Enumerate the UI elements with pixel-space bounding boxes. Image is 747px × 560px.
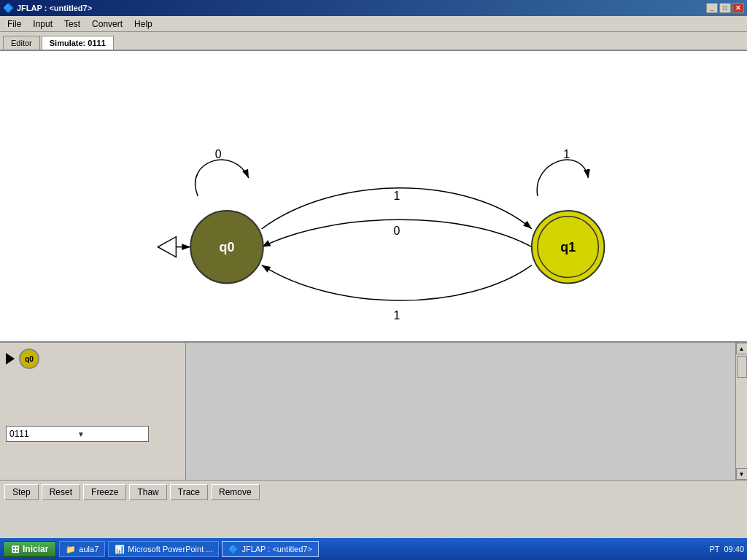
taskbar-item-aula7[interactable]: 📁 aula7 xyxy=(59,541,105,557)
menu-bar: File Input Test Convert Help xyxy=(0,16,747,32)
scroll-up-button[interactable]: ▲ xyxy=(736,343,748,354)
menu-help[interactable]: Help xyxy=(128,18,158,31)
taskbar-item-label: JFLAP : <untitled7> xyxy=(241,545,311,553)
menu-test[interactable]: Test xyxy=(58,18,86,31)
taskbar-item-powerpoint[interactable]: 📊 Microsoft PowerPoint ... xyxy=(108,541,219,557)
app-icon: 🔷 xyxy=(3,3,14,13)
right-panel xyxy=(186,343,735,480)
svg-text:0: 0 xyxy=(215,148,222,160)
button-row: Step Reset Freeze Thaw Trace Remove xyxy=(0,480,747,503)
canvas-area: 0 1 1 0 1 q0 q1 xyxy=(0,51,747,343)
menu-file[interactable]: File xyxy=(1,18,27,31)
tab-simulate[interactable]: Simulate: 0111 xyxy=(42,36,114,50)
play-icon xyxy=(6,353,15,365)
app-icon: 🔷 xyxy=(228,545,239,554)
thaw-button[interactable]: Thaw xyxy=(129,484,166,500)
title-bar-controls: _ □ ✕ xyxy=(706,3,744,13)
scroll-thumb[interactable] xyxy=(737,356,747,378)
taskbar-item-label: Microsoft PowerPoint ... xyxy=(128,545,212,553)
svg-marker-6 xyxy=(158,237,176,257)
input-field-container: 0111 ▼ xyxy=(6,426,179,442)
menu-input[interactable]: Input xyxy=(27,18,58,31)
minimize-button[interactable]: _ xyxy=(706,3,718,13)
svg-text:0: 0 xyxy=(393,225,400,237)
title-bar-left: 🔷 JFLAP : <untitled7> xyxy=(3,3,92,13)
start-label: Iniciar xyxy=(23,544,48,554)
input-value: 0111 xyxy=(9,429,77,439)
reset-button[interactable]: Reset xyxy=(42,484,80,500)
taskbar: ⊞ Iniciar 📁 aula7 📊 Microsoft PowerPoint… xyxy=(0,538,747,560)
svg-text:q1: q1 xyxy=(560,240,576,254)
window-title: JFLAP : <untitled7> xyxy=(17,4,92,12)
automaton-diagram: 0 1 1 0 1 q0 q1 xyxy=(0,51,747,341)
tab-editor[interactable]: Editor xyxy=(3,36,40,50)
svg-text:1: 1 xyxy=(563,148,570,160)
scroll-down-button[interactable]: ▼ xyxy=(736,468,748,480)
windows-logo: ⊞ xyxy=(11,543,20,555)
current-state-badge: q0 xyxy=(19,349,39,369)
menu-convert[interactable]: Convert xyxy=(86,18,128,31)
svg-text:1: 1 xyxy=(393,190,400,202)
remove-button[interactable]: Remove xyxy=(211,484,260,500)
svg-text:1: 1 xyxy=(393,309,400,322)
tab-bar: Editor Simulate: 0111 xyxy=(0,32,747,51)
input-arrow: ▼ xyxy=(77,430,145,438)
start-button[interactable]: ⊞ Iniciar xyxy=(3,541,56,557)
freeze-button[interactable]: Freeze xyxy=(83,484,126,500)
bottom-panel: q0 0111 ▼ ▲ ▼ Step Reset Freeze Thaw Tra… xyxy=(0,343,747,503)
step-button[interactable]: Step xyxy=(4,484,39,500)
title-bar: 🔷 JFLAP : <untitled7> _ □ ✕ xyxy=(0,0,747,16)
left-panel: q0 0111 ▼ xyxy=(0,343,186,480)
locale: PT xyxy=(709,545,719,553)
bottom-content: q0 0111 ▼ ▲ ▼ xyxy=(0,343,747,480)
clock: 09:40 xyxy=(724,545,744,553)
svg-text:q0: q0 xyxy=(220,240,235,254)
trace-button[interactable]: Trace xyxy=(170,484,208,500)
close-button[interactable]: ✕ xyxy=(732,3,744,13)
ppt-icon: 📊 xyxy=(115,545,125,554)
input-display[interactable]: 0111 ▼ xyxy=(6,426,149,442)
current-state-label: q0 xyxy=(25,355,34,363)
taskbar-item-jflap[interactable]: 🔷 JFLAP : <untitled7> xyxy=(222,541,318,557)
scrollbar: ▲ ▼ xyxy=(735,343,747,480)
folder-icon: 📁 xyxy=(66,545,76,554)
state-badge: q0 xyxy=(6,349,179,369)
taskbar-right: PT 09:40 xyxy=(709,545,744,553)
taskbar-item-label: aula7 xyxy=(79,545,98,553)
maximize-button[interactable]: □ xyxy=(719,3,731,13)
